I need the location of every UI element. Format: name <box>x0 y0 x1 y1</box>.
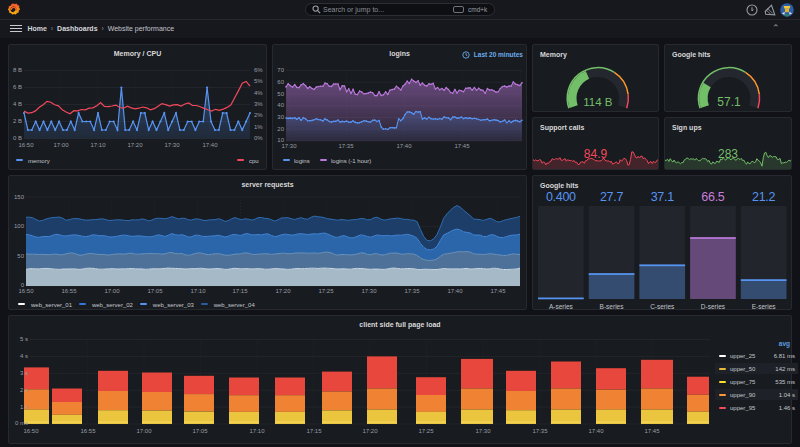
svg-text:57.1: 57.1 <box>717 95 741 109</box>
svg-text:114 B: 114 B <box>583 96 613 108</box>
